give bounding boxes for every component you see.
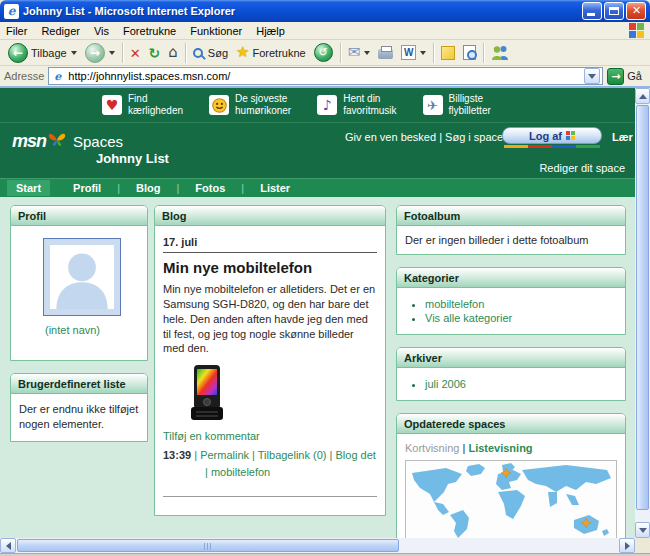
learn-link[interactable]: Lær <box>612 131 633 143</box>
passport-flag-icon <box>566 131 575 140</box>
menu-vis[interactable]: Vis <box>94 25 109 37</box>
search-spaces-link[interactable]: Søg i spaces <box>436 131 509 143</box>
horizontal-scroll-thumb[interactable] <box>17 539 399 552</box>
chevron-down-icon <box>588 74 596 79</box>
post-time: 13:39 <box>163 449 191 461</box>
blog-post-meta: 13:39PermalinkTilbagelink (0)Blog detmob… <box>163 447 377 480</box>
notes-icon <box>441 46 455 60</box>
avatar[interactable] <box>43 238 121 316</box>
refresh-button[interactable] <box>145 41 165 65</box>
address-dropdown-button[interactable] <box>584 68 600 84</box>
sign-out-button[interactable]: Log af <box>502 127 602 144</box>
arrow-up-icon <box>639 94 647 99</box>
menu-funktioner[interactable]: Funktioner <box>190 25 242 37</box>
maximize-button[interactable] <box>604 2 624 20</box>
list-item: juli 2006 <box>425 378 617 390</box>
mobile-phone-image <box>181 364 233 422</box>
tab-profil[interactable]: Profil <box>64 180 110 196</box>
menu-foretrukne[interactable]: Foretrukne <box>123 25 176 37</box>
blog-it-link[interactable]: Blog det <box>327 449 376 461</box>
blog-post-date: 17. juli <box>163 234 377 253</box>
menu-hjaelp[interactable]: Hjælp <box>256 25 285 37</box>
tab-start[interactable]: Start <box>7 180 50 196</box>
permalink-link[interactable]: Permalink <box>191 449 249 461</box>
main-content: Profil (intet navn) <box>0 197 635 538</box>
right-column: Fotoalbum Der er ingen billeder i dette … <box>396 205 626 538</box>
tab-blog[interactable]: Blog <box>117 180 169 196</box>
browser-window: Johnny List - Microsoft Internet Explore… <box>0 0 650 556</box>
mail-icon <box>348 45 361 60</box>
add-comment-link[interactable]: Tilføj en kommentar <box>163 430 377 442</box>
msn-spaces-brand[interactable]: msn Spaces <box>12 131 123 152</box>
promo-find-love[interactable]: Findkærligheden <box>102 93 183 117</box>
middle-column: Blog 17. juli Min nye mobiltelefon Min n… <box>154 205 386 528</box>
promo-flights[interactable]: Billigsteflybilletter <box>423 93 491 117</box>
heart-icon <box>102 95 122 115</box>
scroll-up-button[interactable] <box>635 88 650 104</box>
minimize-icon <box>587 13 595 16</box>
history-button[interactable] <box>310 41 337 65</box>
scroll-left-button[interactable] <box>0 538 16 553</box>
minimize-button[interactable] <box>582 2 602 20</box>
scroll-down-button[interactable] <box>635 522 650 538</box>
list-view-link[interactable]: Listevisning <box>468 442 532 454</box>
world-map-image <box>405 460 617 538</box>
search-button[interactable]: Søg <box>189 41 232 65</box>
home-button[interactable] <box>164 41 182 65</box>
address-input[interactable]: http://johnnylist.spaces.msn.com/ <box>48 67 603 85</box>
passport-color-strip <box>504 145 600 148</box>
research-button[interactable] <box>459 41 480 65</box>
stop-button[interactable] <box>126 41 145 65</box>
messenger-button[interactable] <box>487 41 513 65</box>
history-icon <box>314 43 333 62</box>
edit-word-button[interactable] <box>397 41 430 65</box>
view-toggle: Kortvisning | Listevisning <box>405 442 617 454</box>
back-icon <box>8 43 28 63</box>
toolbar: Tilbage Søg Foretrukne <box>0 40 650 66</box>
archive-juli-2006-link[interactable]: juli 2006 <box>425 378 466 390</box>
promo-music[interactable]: Hent dinfavoritmusik <box>317 93 396 117</box>
forward-button[interactable] <box>81 41 119 65</box>
category-link[interactable]: mobiltelefon <box>205 466 270 478</box>
profile-module: Profil (intet navn) <box>10 205 148 361</box>
mail-button[interactable] <box>344 41 375 65</box>
close-button[interactable] <box>626 2 646 20</box>
refresh-icon <box>149 46 161 60</box>
menu-filer[interactable]: Filer <box>6 25 27 37</box>
horizontal-scrollbar[interactable] <box>0 538 635 553</box>
nav-bar: Start Profil Blog Fotos Lister <box>0 178 635 197</box>
airplane-icon <box>423 95 443 115</box>
scrollbar-corner <box>635 538 650 553</box>
mail-dropdown-icon <box>364 51 370 55</box>
map-view-link[interactable]: Kortvisning <box>405 442 459 454</box>
favorites-button[interactable]: Foretrukne <box>232 41 310 65</box>
message-friend-link[interactable]: Giv en ven besked <box>345 131 436 143</box>
vertical-scroll-thumb[interactable] <box>636 105 649 510</box>
go-label: Gå <box>627 70 642 82</box>
vertical-scrollbar[interactable] <box>635 88 650 538</box>
msn-butterfly-icon <box>48 132 66 147</box>
custom-list-module: Brugerdefineret liste Der er endnu ikke … <box>10 373 148 442</box>
space-header: msn Spaces Johnny List Giv en ven besked… <box>0 122 635 178</box>
no-name-link[interactable]: (intet navn) <box>45 324 141 336</box>
blog-post-photo[interactable] <box>181 364 377 424</box>
space-title: Johnny List <box>96 151 169 166</box>
menu-rediger[interactable]: Rediger <box>41 25 80 37</box>
tab-fotos[interactable]: Fotos <box>177 180 235 196</box>
edit-space-link[interactable]: Rediger dit space <box>539 162 625 174</box>
print-button[interactable] <box>374 41 397 65</box>
forward-dropdown-icon <box>109 51 115 55</box>
show-all-categories-link[interactable]: Vis alle kategorier <box>425 312 512 324</box>
blog-module: Blog 17. juli Min nye mobiltelefon Min n… <box>154 205 386 516</box>
scroll-right-button[interactable] <box>619 538 635 553</box>
custom-list-title: Brugerdefineret liste <box>11 374 147 394</box>
promo-label: De sjoveste <box>235 93 287 104</box>
category-mobiltelefon-link[interactable]: mobiltelefon <box>425 298 484 310</box>
tab-lister[interactable]: Lister <box>241 180 299 196</box>
notes-button[interactable] <box>437 41 459 65</box>
back-button[interactable]: Tilbage <box>4 41 81 65</box>
trackback-link[interactable]: Tilbagelink (0) <box>249 449 326 461</box>
go-button[interactable]: Gå <box>607 68 646 85</box>
photo-album-module: Fotoalbum Der er ingen billeder i dette … <box>396 205 626 255</box>
promo-emoticons[interactable]: De sjovestehumørikoner <box>209 93 291 117</box>
